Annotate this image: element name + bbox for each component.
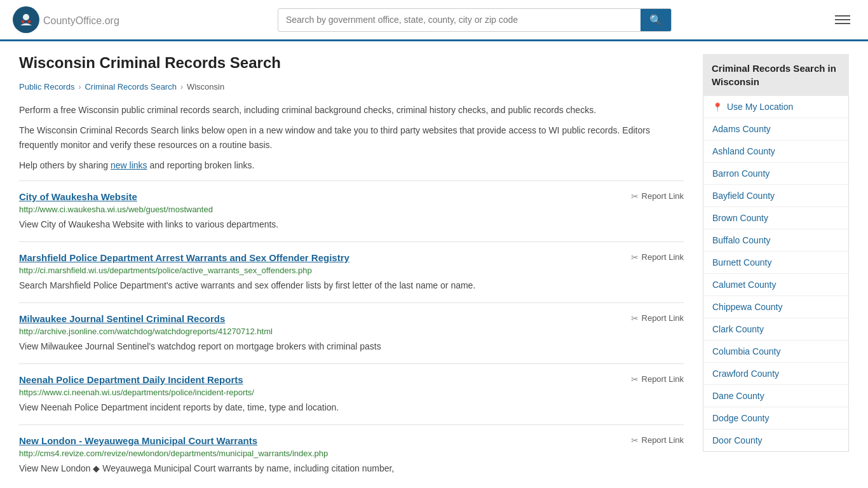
report-link-btn[interactable]: ✂ Report Link	[631, 313, 684, 323]
hamburger-icon	[835, 19, 850, 20]
result-url[interactable]: http://archive.jsonline.com/watchdog/wat…	[19, 327, 684, 336]
county-link[interactable]: Calumet County	[712, 280, 776, 290]
header: CountyOffice.org 🔍	[0, 0, 868, 41]
result-header: City of Waukesha Website ✂ Report Link	[19, 191, 684, 202]
sidebar-county-item[interactable]: Dodge County	[703, 407, 848, 430]
result-description: View Milwaukee Journal Sentinel's watchd…	[19, 340, 684, 353]
result-url[interactable]: https://www.ci.neenah.wi.us/departments/…	[19, 388, 684, 397]
result-header: New London - Weyauwega Municipal Court W…	[19, 435, 684, 446]
breadcrumb-current: Wisconsin	[187, 82, 224, 92]
county-link[interactable]: Clark County	[712, 324, 764, 334]
county-link[interactable]: Barron County	[712, 168, 770, 179]
desc-post: and reporting broken links.	[147, 160, 255, 170]
desc-para-1: Perform a free Wisconsin public criminal…	[19, 103, 684, 117]
county-link[interactable]: Brown County	[712, 213, 768, 223]
sidebar-county-item[interactable]: Buffalo County	[703, 229, 848, 252]
report-link-btn[interactable]: ✂ Report Link	[631, 435, 684, 445]
result-item: New London - Weyauwega Municipal Court W…	[19, 424, 684, 485]
sidebar: Criminal Records Search in Wisconsin 📍 U…	[703, 54, 849, 485]
desc-pre: Help others by sharing	[19, 160, 111, 170]
use-my-location-link[interactable]: Use My Location	[727, 102, 793, 112]
county-link[interactable]: Burnett County	[712, 257, 771, 268]
result-description: Search Marshfield Police Department's ac…	[19, 279, 684, 292]
result-header: Marshfield Police Department Arrest Warr…	[19, 252, 684, 263]
sidebar-county-item[interactable]: Door County	[703, 430, 848, 451]
county-link[interactable]: Ashland County	[712, 146, 775, 156]
sidebar-county-item[interactable]: Crawford County	[703, 363, 848, 385]
sidebar-county-item[interactable]: Ashland County	[703, 140, 848, 163]
report-link-icon: ✂	[631, 313, 639, 323]
report-link-btn[interactable]: ✂ Report Link	[631, 252, 684, 262]
search-button[interactable]: 🔍	[641, 9, 671, 31]
result-item: City of Waukesha Website ✂ Report Link h…	[19, 180, 684, 241]
result-header: Milwaukee Journal Sentinel Criminal Reco…	[19, 313, 684, 324]
breadcrumb-criminal-records[interactable]: Criminal Records Search	[85, 82, 177, 92]
breadcrumb-sep: ›	[180, 83, 183, 92]
search-input[interactable]	[278, 10, 641, 30]
report-link-icon: ✂	[631, 374, 639, 384]
sidebar-county-item[interactable]: Adams County	[703, 118, 848, 140]
result-url[interactable]: http://cms4.revize.com/revize/newlondon/…	[19, 449, 684, 458]
county-link[interactable]: Door County	[712, 435, 763, 445]
sidebar-county-item[interactable]: Clark County	[703, 318, 848, 341]
result-url[interactable]: http://ci.marshfield.wi.us/departments/p…	[19, 266, 684, 275]
results-list: City of Waukesha Website ✂ Report Link h…	[19, 180, 684, 485]
sidebar-county-item[interactable]: Burnett County	[703, 252, 848, 274]
desc-para-3: Help others by sharing new links and rep…	[19, 158, 684, 172]
county-link[interactable]: Dodge County	[712, 413, 770, 423]
sidebar-county-item[interactable]: Columbia County	[703, 341, 848, 363]
content-area: Wisconsin Criminal Records Search Public…	[19, 54, 684, 485]
logo-name: CountyOffice	[43, 15, 102, 26]
sidebar-header: Criminal Records Search in Wisconsin	[703, 54, 849, 96]
sidebar-county-item[interactable]: Brown County	[703, 207, 848, 229]
new-links-link[interactable]: new links	[111, 160, 147, 170]
sidebar-county-item[interactable]: Bayfield County	[703, 185, 848, 207]
result-title[interactable]: Marshfield Police Department Arrest Warr…	[19, 252, 349, 263]
hamburger-icon	[835, 15, 850, 17]
search-icon: 🔍	[649, 15, 662, 25]
result-title[interactable]: Neenah Police Department Daily Incident …	[19, 374, 243, 385]
menu-button[interactable]	[830, 13, 855, 27]
county-link[interactable]: Adams County	[712, 124, 771, 134]
breadcrumb-sep: ›	[78, 83, 81, 92]
location-pin-icon: 📍	[712, 102, 722, 112]
result-title[interactable]: New London - Weyauwega Municipal Court W…	[19, 435, 257, 446]
county-link[interactable]: Bayfield County	[712, 191, 775, 201]
result-header: Neenah Police Department Daily Incident …	[19, 374, 684, 385]
logo-area[interactable]: CountyOffice.org	[13, 6, 119, 33]
sidebar-content: 📍 Use My Location Adams CountyAshland Co…	[703, 96, 849, 452]
desc-para-2: The Wisconsin Criminal Records Search li…	[19, 123, 684, 152]
report-link-btn[interactable]: ✂ Report Link	[631, 191, 684, 201]
report-link-icon: ✂	[631, 191, 639, 201]
county-link[interactable]: Crawford County	[712, 369, 779, 379]
sidebar-county-item[interactable]: Barron County	[703, 163, 848, 185]
result-url[interactable]: http://www.ci.waukesha.wi.us/web/guest/m…	[19, 205, 684, 214]
result-title[interactable]: City of Waukesha Website	[19, 191, 137, 202]
svg-point-1	[23, 14, 29, 20]
search-bar: 🔍	[278, 8, 672, 32]
county-link[interactable]: Buffalo County	[712, 235, 771, 245]
logo-text: CountyOffice.org	[43, 13, 119, 27]
sidebar-county-item[interactable]: Calumet County	[703, 274, 848, 296]
result-description: View City of Waukesha Website with links…	[19, 218, 684, 231]
county-link[interactable]: Dane County	[712, 391, 764, 401]
result-item: Milwaukee Journal Sentinel Criminal Reco…	[19, 302, 684, 363]
county-link[interactable]: Columbia County	[712, 346, 780, 356]
result-title[interactable]: Milwaukee Journal Sentinel Criminal Reco…	[19, 313, 225, 324]
use-my-location[interactable]: 📍 Use My Location	[703, 96, 848, 118]
logo-icon	[13, 6, 39, 33]
county-list: Adams CountyAshland CountyBarron CountyB…	[703, 118, 848, 451]
sidebar-county-item[interactable]: Dane County	[703, 385, 848, 407]
breadcrumb: Public Records › Criminal Records Search…	[19, 82, 684, 92]
main-container: Wisconsin Criminal Records Search Public…	[0, 41, 868, 488]
sidebar-county-item[interactable]: Chippewa County	[703, 296, 848, 318]
report-link-icon: ✂	[631, 252, 639, 262]
report-link-btn[interactable]: ✂ Report Link	[631, 374, 684, 384]
hamburger-icon	[835, 23, 850, 24]
breadcrumb-public-records[interactable]: Public Records	[19, 82, 74, 92]
result-description: View Neenah Police Department incident r…	[19, 401, 684, 414]
description: Perform a free Wisconsin public criminal…	[19, 103, 684, 173]
svg-point-3	[28, 20, 31, 24]
county-link[interactable]: Chippewa County	[712, 302, 783, 312]
result-description: View New London ◆ Weyauwega Municipal Co…	[19, 462, 684, 475]
